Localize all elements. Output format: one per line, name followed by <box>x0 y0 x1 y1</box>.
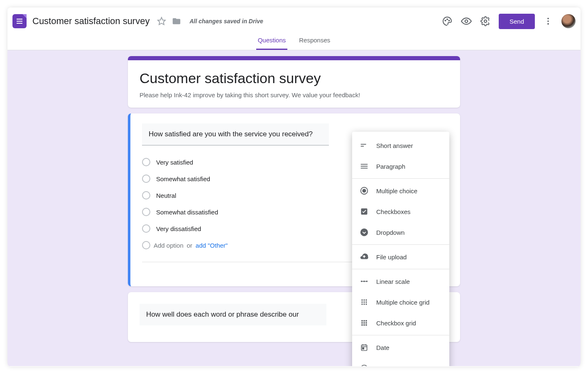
menu-item-dropdown[interactable]: Dropdown <box>352 222 449 243</box>
preview-eye-icon[interactable] <box>461 15 472 27</box>
menu-item-label: Dropdown <box>376 229 404 236</box>
svg-point-7 <box>547 20 549 22</box>
or-text: or <box>187 242 192 249</box>
question-title-input[interactable]: How satisfied are you with the service y… <box>142 123 329 145</box>
menu-separator <box>352 335 449 335</box>
save-status: All changes saved in Drive <box>189 18 263 25</box>
svg-rect-37 <box>361 322 363 323</box>
checkbox-grid-icon <box>360 318 369 327</box>
menu-item-multiple-choice[interactable]: Multiple choice <box>352 180 449 201</box>
radio-selected-icon <box>360 186 369 195</box>
menu-item-label: Date <box>376 344 390 351</box>
svg-point-6 <box>547 18 549 20</box>
radio-icon <box>142 224 150 233</box>
tabs-bar: Questions Responses <box>7 31 581 50</box>
menu-item-linear-scale[interactable]: Linear scale <box>352 271 449 292</box>
tab-responses[interactable]: Responses <box>297 31 332 50</box>
svg-marker-0 <box>158 17 165 25</box>
form-description[interactable]: Please help Ink-42 improve by taking thi… <box>140 91 448 98</box>
menu-item-label: Multiple choice grid <box>376 299 429 306</box>
svg-rect-14 <box>361 164 368 165</box>
svg-rect-44 <box>363 348 364 349</box>
menu-item-checkboxes[interactable]: Checkboxes <box>352 201 449 222</box>
add-option-button[interactable]: Add option <box>154 242 184 249</box>
form-title-card[interactable]: Customer satisfaction survey Please help… <box>128 56 460 108</box>
radio-icon <box>142 208 150 216</box>
svg-rect-35 <box>363 320 365 321</box>
svg-point-32 <box>363 303 365 305</box>
svg-rect-12 <box>361 144 366 145</box>
question-type-menu: Short answer Paragraph Multiple choice C <box>352 132 449 366</box>
short-answer-icon <box>360 141 369 150</box>
menu-item-label: Time <box>376 365 390 367</box>
svg-rect-15 <box>361 166 368 167</box>
svg-point-18 <box>362 189 366 192</box>
form-title[interactable]: Customer satisfaction survey <box>140 70 448 86</box>
theme-palette-icon[interactable] <box>441 15 453 27</box>
cloud-upload-icon <box>360 252 369 261</box>
svg-point-26 <box>363 299 365 300</box>
option-label[interactable]: Very satisfied <box>156 159 193 166</box>
svg-point-25 <box>361 299 363 300</box>
svg-rect-42 <box>365 324 367 325</box>
svg-point-29 <box>363 301 365 303</box>
svg-rect-34 <box>361 320 363 321</box>
menu-item-label: File upload <box>376 253 407 261</box>
folder-move-icon[interactable] <box>171 16 182 27</box>
tab-questions[interactable]: Questions <box>256 31 288 50</box>
svg-rect-40 <box>361 324 363 325</box>
dropdown-icon <box>360 228 369 237</box>
settings-gear-icon[interactable] <box>480 15 491 27</box>
svg-point-31 <box>361 303 363 305</box>
svg-rect-39 <box>365 322 367 323</box>
svg-rect-41 <box>363 324 365 325</box>
svg-rect-16 <box>361 168 368 169</box>
svg-point-30 <box>365 301 367 303</box>
linear-scale-icon <box>360 277 369 286</box>
svg-point-33 <box>365 303 367 305</box>
svg-rect-24 <box>362 281 367 281</box>
clock-icon <box>360 364 369 366</box>
svg-point-28 <box>361 301 363 303</box>
header-bar: Customer satisfaction survey All changes… <box>7 7 581 31</box>
document-title[interactable]: Customer satisfaction survey <box>32 16 149 27</box>
option-label[interactable]: Neutral <box>156 192 176 199</box>
calendar-icon <box>360 343 369 352</box>
menu-item-short-answer[interactable]: Short answer <box>352 135 449 156</box>
radio-icon <box>142 191 150 199</box>
menu-item-label: Checkbox grid <box>376 320 416 327</box>
menu-separator <box>352 269 449 269</box>
add-other-button[interactable]: add "Other" <box>196 242 228 249</box>
menu-item-mc-grid[interactable]: Multiple choice grid <box>352 292 449 312</box>
option-label[interactable]: Somewhat satisfied <box>156 175 210 182</box>
svg-rect-38 <box>363 322 365 323</box>
star-icon[interactable] <box>156 16 167 27</box>
menu-item-label: Short answer <box>376 142 413 149</box>
menu-item-time[interactable]: Time <box>352 358 449 366</box>
svg-point-5 <box>484 20 487 22</box>
radio-icon <box>142 158 150 166</box>
svg-rect-13 <box>361 146 364 147</box>
forms-logo-icon[interactable] <box>12 14 27 28</box>
menu-separator <box>352 244 449 245</box>
menu-item-paragraph[interactable]: Paragraph <box>352 156 449 177</box>
radio-icon <box>142 241 150 249</box>
radio-icon <box>142 175 150 183</box>
send-button[interactable]: Send <box>499 14 535 29</box>
menu-item-cb-grid[interactable]: Checkbox grid <box>352 312 449 333</box>
svg-point-2 <box>447 19 448 20</box>
svg-point-3 <box>448 20 449 21</box>
question-title-input[interactable]: How well does each word or phrase descri… <box>140 304 326 325</box>
menu-separator <box>352 178 449 179</box>
menu-item-file-upload[interactable]: File upload <box>352 246 449 267</box>
radio-grid-icon <box>360 298 369 307</box>
account-avatar[interactable] <box>561 14 576 28</box>
menu-item-label: Multiple choice <box>376 187 417 194</box>
svg-point-20 <box>360 229 368 236</box>
option-label[interactable]: Somewhat dissatisfied <box>156 209 218 216</box>
more-vert-icon[interactable] <box>542 15 554 27</box>
menu-item-date[interactable]: Date <box>352 337 449 358</box>
option-label[interactable]: Very dissatisfied <box>156 225 201 232</box>
svg-point-1 <box>445 20 446 21</box>
checkbox-icon <box>360 207 369 216</box>
